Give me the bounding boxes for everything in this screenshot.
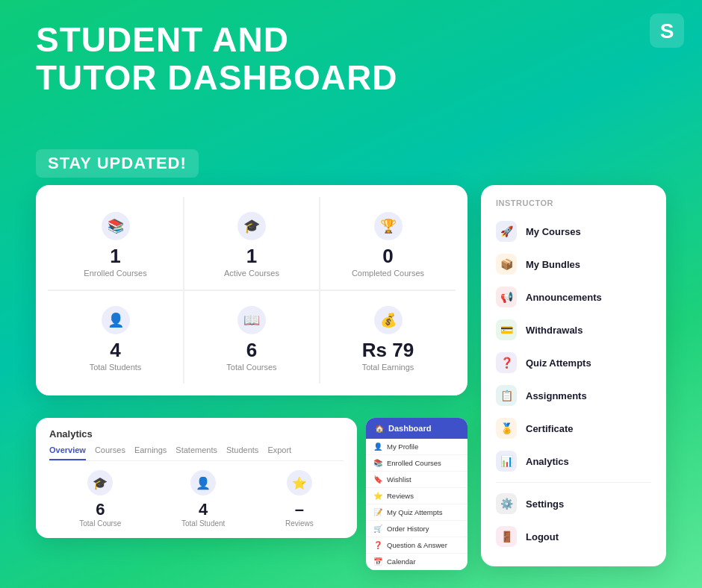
svg-text:S: S [660, 19, 674, 43]
stat-active-courses: 🎓 1 Active Courses [184, 197, 320, 290]
analytics-stat-total-student: 👤 4 Total Student [181, 470, 225, 528]
analytics-stat-total-course: 🎓 6 Total Course [79, 470, 121, 528]
panel-item-label: Certificate [526, 423, 574, 434]
stat-total-courses: 📖 6 Total Courses [184, 290, 320, 384]
hero-title: STUDENT AND TUTOR DASHBOARD [36, 21, 397, 96]
completed-courses-label: Completed Courses [352, 269, 424, 278]
analytics-stat-reviews: ⭐ – Reviews [285, 470, 314, 528]
analytics-reviews-value: – [295, 500, 304, 519]
stat-total-students: 👤 4 Total Students [48, 290, 184, 384]
mini-item-icon: 🛒 [373, 525, 382, 533]
analytics-tabs: Overview Courses Earnings Statements Stu… [49, 445, 344, 461]
panel-item-logout[interactable]: 🚪 Logout [496, 520, 651, 553]
panel-item-icon: 📦 [496, 254, 517, 275]
analytics-tab-students[interactable]: Students [226, 445, 258, 460]
dashboard-mini-item[interactable]: ⭐Reviews [366, 488, 468, 504]
analytics-title: Analytics [49, 428, 344, 440]
enrolled-courses-icon: 📚 [102, 212, 130, 240]
subtitle-text: STAY UPDATED! [36, 149, 199, 178]
dashboard-mini-items: 👤My Profile📚Enrolled Courses🔖Wishlist⭐Re… [366, 439, 468, 570]
panel-item-label: My Courses [526, 226, 581, 237]
dashboard-mini-item[interactable]: 🔖Wishlist [366, 472, 468, 488]
panel-item-icon: ❓ [496, 352, 517, 373]
analytics-total-student-value: 4 [199, 500, 208, 519]
panel-item-icon: ⚙️ [496, 493, 517, 514]
stats-card: 📚 1 Enrolled Courses 🎓 1 Active Courses … [36, 185, 468, 395]
analytics-total-course-label: Total Course [79, 519, 121, 528]
right-panel: Instructor 🚀 My Courses 📦 My Bundles 📢 A… [481, 185, 666, 566]
panel-item-label: Announcements [526, 292, 602, 303]
dashboard-mini-item[interactable]: 🛒Order History [366, 521, 468, 537]
panel-item-announcements[interactable]: 📢 Announcements [496, 281, 651, 313]
total-students-icon: 👤 [102, 306, 130, 334]
analytics-card: Analytics Overview Courses Earnings Stat… [36, 418, 357, 538]
dashboard-mini-title: Dashboard [388, 424, 431, 433]
analytics-total-course-icon: 🎓 [87, 470, 113, 495]
stat-completed-courses: 🏆 0 Completed Courses [320, 197, 456, 290]
active-courses-value: 1 [246, 246, 257, 266]
mini-item-icon: 📝 [373, 508, 382, 516]
analytics-reviews-icon: ⭐ [287, 470, 312, 495]
panel-item-quiz-attempts[interactable]: ❓ Quiz Attempts [496, 346, 651, 379]
dashboard-mini-item[interactable]: ❓Question & Answer [366, 537, 468, 554]
analytics-reviews-label: Reviews [285, 519, 314, 528]
completed-courses-value: 0 [382, 246, 393, 266]
analytics-tab-statements[interactable]: Statements [176, 445, 217, 460]
total-earnings-icon: 💰 [374, 306, 403, 334]
hero-line2: TUTOR DASHBOARD [36, 58, 397, 97]
enrolled-courses-label: Enrolled Courses [84, 269, 146, 278]
stat-enrolled-courses: 📚 1 Enrolled Courses [48, 197, 184, 290]
mini-item-icon: 📅 [373, 557, 382, 566]
mini-item-icon: 🔖 [373, 475, 382, 484]
analytics-tab-overview[interactable]: Overview [49, 445, 86, 460]
subtitle-section: STAY UPDATED! [36, 149, 199, 178]
mini-item-icon: 👤 [373, 442, 382, 451]
analytics-stats: 🎓 6 Total Course 👤 4 Total Student ⭐ – R… [49, 470, 344, 528]
dashboard-mini-item[interactable]: 📝My Quiz Attempts [366, 504, 468, 521]
analytics-tab-courses[interactable]: Courses [95, 445, 125, 460]
panel-item-analytics[interactable]: 📊 Analytics [496, 445, 651, 478]
panel-item-icon: 🚪 [496, 526, 517, 547]
dashboard-mini-header: 🏠 Dashboard [366, 418, 468, 439]
panel-item-icon: 🏅 [496, 418, 517, 439]
total-students-label: Total Students [90, 363, 142, 372]
dashboard-mini-item[interactable]: 📅Calendar [366, 554, 468, 570]
dashboard-mini-card: 🏠 Dashboard 👤My Profile📚Enrolled Courses… [366, 418, 468, 570]
panel-item-label: Withdrawals [526, 325, 583, 336]
panel-item-withdrawals[interactable]: 💳 Withdrawals [496, 313, 651, 346]
panel-items: 🚀 My Courses 📦 My Bundles 📢 Announcement… [496, 215, 651, 553]
panel-item-icon: 📊 [496, 451, 517, 472]
total-courses-value: 6 [246, 340, 257, 360]
hero-line1: STUDENT AND [36, 20, 289, 59]
stat-total-earnings: 💰 Rs 79 Total Earnings [320, 290, 456, 384]
panel-item-label: Settings [526, 498, 564, 510]
panel-item-icon: 📋 [496, 385, 517, 406]
panel-item-label: Assignments [526, 390, 587, 401]
total-courses-label: Total Courses [226, 363, 276, 372]
analytics-tab-earnings[interactable]: Earnings [134, 445, 167, 460]
panel-item-label: Analytics [526, 456, 569, 467]
analytics-total-course-value: 6 [96, 500, 105, 519]
panel-item-icon: 🚀 [496, 221, 517, 242]
enrolled-courses-value: 1 [110, 246, 120, 266]
panel-item-icon: 📢 [496, 287, 517, 307]
panel-item-certificate[interactable]: 🏅 Certificate [496, 412, 651, 445]
panel-section-title: Instructor [496, 198, 651, 207]
active-courses-icon: 🎓 [237, 212, 266, 240]
analytics-total-student-label: Total Student [181, 519, 225, 528]
analytics-tab-export[interactable]: Export [267, 445, 291, 460]
panel-item-settings[interactable]: ⚙️ Settings [496, 487, 651, 520]
panel-item-my-bundles[interactable]: 📦 My Bundles [496, 248, 651, 281]
panel-divider [496, 482, 651, 483]
panel-item-label: Quiz Attempts [526, 357, 591, 369]
panel-item-my-courses[interactable]: 🚀 My Courses [496, 215, 651, 248]
total-courses-icon: 📖 [237, 306, 266, 334]
dashboard-mini-item[interactable]: 📚Enrolled Courses [366, 455, 468, 472]
completed-courses-icon: 🏆 [374, 212, 403, 240]
dashboard-mini-item[interactable]: 👤My Profile [366, 439, 468, 455]
mini-item-icon: ❓ [373, 541, 382, 549]
panel-item-icon: 💳 [496, 319, 517, 340]
panel-item-assignments[interactable]: 📋 Assignments [496, 379, 651, 412]
stats-grid: 📚 1 Enrolled Courses 🎓 1 Active Courses … [48, 197, 456, 384]
panel-item-label: My Bundles [526, 259, 580, 270]
